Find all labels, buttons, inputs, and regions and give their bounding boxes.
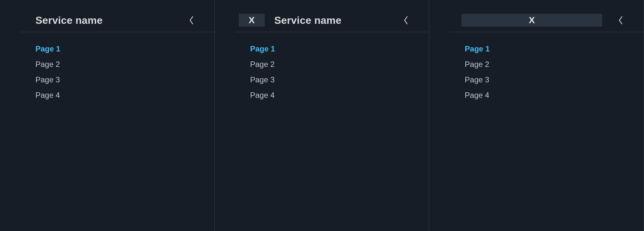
sidebar-panel: Service name Page 1 Page 2 Page 3 Page 4 (0, 0, 215, 231)
logo-placeholder: X (461, 14, 602, 27)
chevron-left-icon (403, 15, 409, 25)
nav-item-page-2[interactable]: Page 2 (250, 60, 430, 69)
sidebar-panel: X Page 1 Page 2 Page 3 Page 4 (429, 0, 644, 231)
chevron-left-icon (189, 15, 194, 25)
nav-item-page-4[interactable]: Page 4 (35, 91, 215, 100)
service-name-title: Service name (274, 14, 342, 26)
nav-item-page-2[interactable]: Page 2 (465, 60, 644, 69)
chevron-left-icon (618, 15, 624, 25)
nav-item-page-4[interactable]: Page 4 (465, 91, 644, 100)
collapse-button[interactable] (402, 14, 410, 27)
nav-item-page-1[interactable]: Page 1 (250, 44, 430, 53)
collapse-button[interactable] (188, 14, 195, 27)
nav-item-page-3[interactable]: Page 3 (250, 75, 430, 84)
nav-item-page-3[interactable]: Page 3 (465, 75, 644, 84)
sidebar-panel: X Service name Page 1 Page 2 Page 3 Page… (215, 0, 430, 231)
panel-header: X Service name (215, 9, 430, 32)
nav-list: Page 1 Page 2 Page 3 Page 4 (0, 32, 215, 100)
nav-item-page-4[interactable]: Page 4 (250, 91, 430, 100)
nav-item-page-3[interactable]: Page 3 (35, 75, 215, 84)
panel-header: Service name (0, 9, 215, 32)
nav-list: Page 1 Page 2 Page 3 Page 4 (215, 32, 430, 100)
collapse-button[interactable] (617, 14, 625, 27)
logo-placeholder: X (239, 14, 265, 27)
panel-header: X (429, 9, 644, 32)
nav-item-page-2[interactable]: Page 2 (35, 60, 215, 69)
service-name-title: Service name (35, 14, 103, 26)
nav-item-page-1[interactable]: Page 1 (465, 44, 644, 53)
nav-list: Page 1 Page 2 Page 3 Page 4 (429, 32, 644, 100)
nav-item-page-1[interactable]: Page 1 (35, 44, 215, 53)
